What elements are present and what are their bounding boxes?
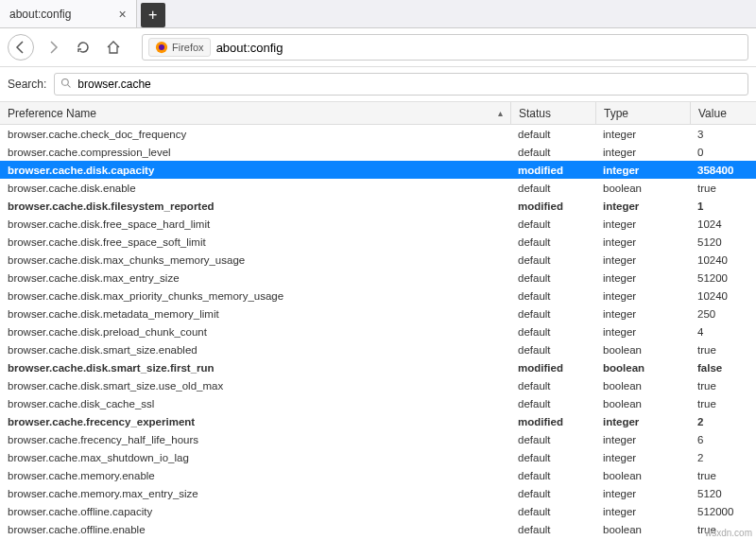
pref-value: 4 <box>690 326 756 338</box>
home-button[interactable] <box>102 36 125 59</box>
search-box[interactable] <box>54 73 748 96</box>
new-tab-button[interactable]: + <box>141 3 165 27</box>
table-row[interactable]: browser.cache.check_doc_frequencydefault… <box>0 125 756 143</box>
pref-status: default <box>510 524 595 535</box>
table-row[interactable]: browser.cache.offline.enabledefaultboole… <box>0 520 756 538</box>
table-row[interactable]: browser.cache.memory.max_entry_sizedefau… <box>0 484 756 502</box>
pref-type: integer <box>595 290 690 302</box>
arrow-left-icon <box>13 40 28 55</box>
url-input[interactable] <box>216 41 742 55</box>
pref-value: 5120 <box>690 488 756 499</box>
pref-value: 6 <box>690 434 756 445</box>
pref-type: boolean <box>595 470 690 481</box>
table-row[interactable]: browser.cache.max_shutdown_io_lagdefault… <box>0 448 756 466</box>
browser-tab[interactable]: about:config × <box>0 0 137 27</box>
table-row[interactable]: browser.cache.disk.smart_size.enableddef… <box>0 340 756 358</box>
pref-value: true <box>690 380 756 392</box>
table-row[interactable]: browser.cache.disk_cache_ssldefaultboole… <box>0 394 756 412</box>
table-row[interactable]: browser.cache.frecency_half_life_hoursde… <box>0 430 756 448</box>
pref-value: true <box>690 398 756 409</box>
pref-status: default <box>510 254 595 266</box>
table-row[interactable]: browser.cache.disk.enabledefaultbooleant… <box>0 179 756 197</box>
pref-type: integer <box>595 165 690 176</box>
pref-status: default <box>510 398 595 409</box>
table-row[interactable]: browser.cache.disk.filesystem_reportedmo… <box>0 197 756 215</box>
pref-status: default <box>510 129 595 140</box>
identity-badge[interactable]: Firefox <box>148 38 211 57</box>
search-icon <box>60 78 72 92</box>
tab-title: about:config <box>9 8 71 21</box>
table-row[interactable]: browser.cache.disk.free_space_hard_limit… <box>0 215 756 233</box>
pref-type: integer <box>595 416 690 427</box>
table-row[interactable]: browser.cache.compression_leveldefaultin… <box>0 143 756 161</box>
pref-name: browser.cache.disk.enable <box>0 183 510 194</box>
pref-value: 3 <box>690 129 756 140</box>
pref-value: 0 <box>690 147 756 158</box>
pref-status: default <box>510 290 595 302</box>
pref-name: browser.cache.offline.capacity <box>0 506 510 517</box>
pref-type: integer <box>595 506 690 517</box>
pref-status: default <box>510 272 595 284</box>
pref-type: integer <box>595 488 690 499</box>
pref-name: browser.cache.check_doc_frequency <box>0 129 510 140</box>
reload-button[interactable] <box>72 36 94 59</box>
identity-label: Firefox <box>172 42 204 53</box>
watermark: wsxdn.com <box>705 528 752 538</box>
pref-value: true <box>690 470 756 481</box>
table-row[interactable]: browser.cache.disk.max_priority_chunks_m… <box>0 287 756 305</box>
pref-name: browser.cache.disk.metadata_memory_limit <box>0 308 510 320</box>
back-button[interactable] <box>8 34 34 61</box>
column-header-type[interactable]: Type <box>595 102 690 124</box>
pref-value: true <box>690 183 756 194</box>
table-row[interactable]: browser.cache.offline.capacitydefaultint… <box>0 502 756 520</box>
table-row[interactable]: browser.cache.disk.smart_size.first_runm… <box>0 358 756 376</box>
table-row[interactable]: browser.cache.disk.max_entry_sizedefault… <box>0 269 756 287</box>
pref-value: 10240 <box>690 254 756 266</box>
pref-name: browser.cache.offline.enable <box>0 524 510 535</box>
svg-point-1 <box>159 44 164 50</box>
home-icon <box>106 40 121 55</box>
reload-icon <box>76 40 91 55</box>
pref-value: 10240 <box>690 290 756 302</box>
table-row[interactable]: browser.cache.disk.smart_size.use_old_ma… <box>0 376 756 394</box>
pref-name: browser.cache.disk.max_priority_chunks_m… <box>0 290 510 302</box>
search-input[interactable] <box>77 78 742 91</box>
table-row[interactable]: browser.cache.disk.max_chunks_memory_usa… <box>0 251 756 269</box>
firefox-icon <box>155 41 168 54</box>
pref-type: boolean <box>595 362 690 374</box>
pref-name: browser.cache.disk.free_space_soft_limit <box>0 236 510 248</box>
table-row[interactable]: browser.cache.frecency_experimentmodifie… <box>0 412 756 430</box>
table-row[interactable]: browser.cache.disk.metadata_memory_limit… <box>0 305 756 322</box>
url-bar[interactable]: Firefox <box>142 34 748 61</box>
sort-ascending-icon: ▴ <box>498 108 503 118</box>
column-label: Type <box>604 107 628 120</box>
pref-name: browser.cache.disk.smart_size.first_run <box>0 362 510 374</box>
pref-value: 358400 <box>690 165 756 176</box>
pref-status: modified <box>510 362 595 374</box>
pref-type: boolean <box>595 398 690 409</box>
pref-value: 1 <box>690 200 756 212</box>
table-row[interactable]: browser.cache.disk.free_space_soft_limit… <box>0 233 756 251</box>
pref-status: default <box>510 380 595 392</box>
table-row[interactable]: browser.cache.disk.capacitymodifiedinteg… <box>0 161 756 179</box>
table-row[interactable]: browser.cache.disk.preload_chunk_countde… <box>0 322 756 340</box>
pref-name: browser.cache.frecency_half_life_hours <box>0 434 510 445</box>
new-tab-area: + <box>137 0 165 27</box>
pref-status: default <box>510 308 595 320</box>
column-header-name[interactable]: Preference Name ▴ <box>0 107 510 120</box>
pref-status: default <box>510 344 595 356</box>
pref-name: browser.cache.frecency_experiment <box>0 416 510 427</box>
close-icon[interactable]: × <box>118 7 126 22</box>
column-header-value[interactable]: Value <box>690 102 756 124</box>
pref-name: browser.cache.disk.preload_chunk_count <box>0 326 510 338</box>
tab-strip: about:config × + <box>0 0 756 28</box>
pref-type: integer <box>595 200 690 212</box>
pref-value: true <box>690 344 756 356</box>
pref-name: browser.cache.disk.capacity <box>0 165 510 176</box>
forward-button[interactable] <box>42 36 64 59</box>
pref-type: integer <box>595 326 690 338</box>
pref-status: modified <box>510 165 595 176</box>
table-row[interactable]: browser.cache.memory.enabledefaultboolea… <box>0 466 756 484</box>
pref-name: browser.cache.disk_cache_ssl <box>0 398 510 409</box>
column-header-status[interactable]: Status <box>510 102 595 124</box>
